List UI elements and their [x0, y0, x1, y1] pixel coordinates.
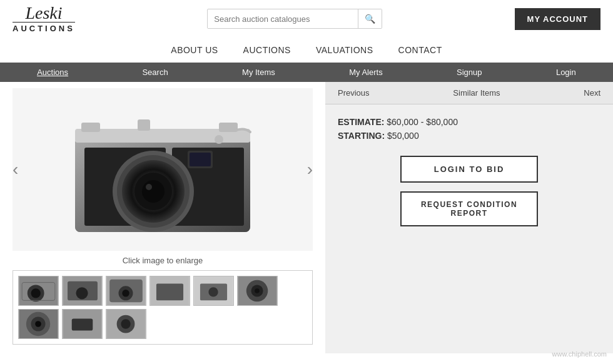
search-bar: 🔍: [207, 9, 382, 29]
starting-line: STARTING: $50,000: [338, 131, 600, 141]
search-input[interactable]: [208, 10, 358, 28]
search-button[interactable]: 🔍: [358, 9, 382, 28]
next-link[interactable]: Next: [584, 88, 600, 98]
svg-point-16: [215, 135, 223, 144]
estimate-value: $60,000 - $80,000: [387, 117, 458, 127]
logo[interactable]: Leski AUCTIONS: [13, 4, 75, 33]
left-panel: ‹: [0, 82, 325, 353]
starting-label: STARTING:: [338, 131, 385, 141]
thumbnail-1[interactable]: [18, 276, 59, 306]
login-to-bid-button[interactable]: LOGIN TO BID: [400, 156, 538, 183]
svg-point-32: [208, 287, 218, 296]
subnav-auctions[interactable]: Auctions: [37, 68, 68, 77]
prev-arrow-button[interactable]: ‹: [13, 159, 18, 179]
nav-about-us[interactable]: ABOUT US: [171, 45, 218, 55]
logo-auctions: AUCTIONS: [13, 22, 75, 33]
nav-contact[interactable]: CONTACT: [398, 45, 442, 55]
main-nav: ABOUT US AUCTIONS VALUATIONS CONTACT: [0, 38, 613, 63]
svg-rect-15: [138, 119, 150, 131]
estimate-label: ESTIMATE:: [338, 117, 384, 127]
estimate-line: ESTIMATE: $60,000 - $80,000: [338, 117, 600, 127]
svg-point-10: [146, 184, 152, 190]
my-account-button[interactable]: MY ACCOUNT: [515, 8, 600, 30]
subnav-my-items[interactable]: My Items: [242, 68, 275, 77]
click-enlarge-text: Click image to enlarge: [123, 256, 203, 265]
thumbnails-container: [13, 270, 313, 345]
thumbnail-6[interactable]: [237, 276, 278, 306]
svg-point-27: [122, 290, 129, 297]
svg-point-36: [255, 288, 260, 293]
header-top: Leski AUCTIONS 🔍 MY ACCOUNT: [0, 0, 613, 38]
thumbnail-8[interactable]: [62, 309, 103, 339]
thumbnail-7[interactable]: [18, 309, 59, 339]
subnav-my-alerts[interactable]: My Alerts: [349, 68, 382, 77]
camera-image[interactable]: [56, 101, 269, 238]
nav-auctions[interactable]: AUCTIONS: [243, 45, 291, 55]
similar-items-link[interactable]: Similar Items: [453, 88, 500, 98]
svg-point-19: [31, 288, 41, 298]
request-condition-report-button[interactable]: REQUEST CONDITION REPORT: [400, 191, 538, 226]
svg-rect-13: [81, 123, 100, 132]
svg-point-9: [142, 180, 165, 203]
subnav-login[interactable]: Login: [556, 68, 576, 77]
right-header: Previous Similar Items Next: [325, 82, 613, 104]
thumbnail-4[interactable]: [149, 276, 190, 306]
right-body: ESTIMATE: $60,000 - $80,000 STARTING: $5…: [325, 104, 613, 353]
right-panel: Previous Similar Items Next ESTIMATE: $6…: [325, 82, 613, 353]
previous-link[interactable]: Previous: [338, 88, 370, 98]
svg-rect-12: [190, 153, 211, 166]
thumbnail-2[interactable]: [62, 276, 103, 306]
thumbnail-3[interactable]: [106, 276, 146, 306]
starting-value: $50,000: [387, 131, 419, 141]
subnav-search[interactable]: Search: [142, 68, 168, 77]
nav-valuations[interactable]: VALUATIONS: [316, 45, 373, 55]
thumbnail-9[interactable]: [106, 309, 146, 339]
svg-rect-29: [156, 284, 183, 301]
subnav-signup[interactable]: Signup: [457, 68, 482, 77]
svg-point-40: [35, 321, 41, 327]
logo-script: Leski: [25, 4, 62, 22]
svg-point-23: [76, 287, 88, 299]
watermark: www.chiphell.com: [552, 350, 607, 358]
svg-point-45: [121, 319, 130, 328]
image-viewer: ‹: [13, 88, 313, 251]
thumbnail-5[interactable]: [193, 276, 234, 306]
main-content: ‹: [0, 82, 613, 353]
svg-rect-42: [72, 318, 93, 330]
sub-nav: Auctions Search My Items My Alerts Signu…: [0, 63, 613, 82]
next-arrow-button[interactable]: ›: [307, 159, 313, 179]
